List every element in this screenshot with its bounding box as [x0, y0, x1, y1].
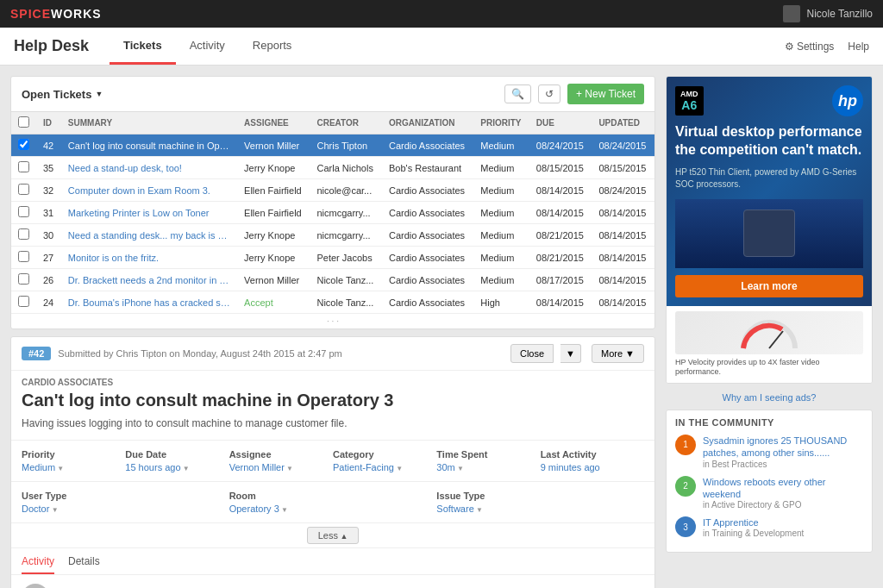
- thin-client-image: [743, 210, 795, 257]
- row-summary[interactable]: Dr. Brackett needs a 2nd monitor in oper…: [61, 269, 237, 291]
- col-org[interactable]: ORGANIZATION: [382, 112, 473, 134]
- settings-link[interactable]: ⚙ Settings: [785, 41, 835, 53]
- tab-reports[interactable]: Reports: [239, 28, 306, 65]
- new-ticket-button[interactable]: + New Ticket: [567, 84, 644, 104]
- search-button[interactable]: 🔍: [504, 84, 531, 103]
- logo-works: WORKS: [51, 7, 102, 21]
- col-id[interactable]: ID: [36, 112, 61, 134]
- row-id: 35: [36, 157, 61, 179]
- learn-more-button[interactable]: Learn more: [675, 275, 863, 297]
- field-label: Priority: [22, 449, 125, 460]
- table-row[interactable]: 31 Marketing Printer is Low on Toner Ell…: [11, 202, 654, 224]
- row-check: [11, 202, 36, 224]
- community-item-sub: in Training & Development: [703, 529, 804, 538]
- field-value[interactable]: Software: [436, 504, 644, 514]
- table-row[interactable]: 27 Monitor is on the fritz. Jerry Knope …: [11, 247, 654, 269]
- community-item-link[interactable]: Sysadmin ignores 25 THOUSAND patches, am…: [703, 435, 863, 460]
- table-row[interactable]: 24 Dr. Bouma's iPhone has a cracked scre…: [11, 291, 654, 314]
- select-all-checkbox[interactable]: [18, 116, 29, 128]
- row-summary[interactable]: Can't log into consult machine in Operat…: [61, 134, 237, 157]
- field-value[interactable]: 15 hours ago: [125, 462, 229, 472]
- field-value[interactable]: Doctor: [22, 504, 229, 514]
- row-id: 31: [36, 202, 61, 224]
- hp-logo: hp: [832, 85, 863, 116]
- tab-tickets[interactable]: Tickets: [110, 28, 176, 65]
- table-row[interactable]: 35 Need a stand-up desk, too! Jerry Knop…: [11, 157, 654, 179]
- table-row[interactable]: 30 Need a standing desk... my back is se…: [11, 224, 654, 247]
- field-value[interactable]: Patient-Facing: [333, 462, 436, 472]
- a6-label: A6: [680, 98, 698, 112]
- col-creator[interactable]: CREATOR: [310, 112, 382, 134]
- tab-activity[interactable]: Activity: [176, 28, 239, 65]
- why-ads-link[interactable]: Why am I seeing ads?: [666, 392, 873, 403]
- row-id: 26: [36, 269, 61, 291]
- field-label: Category: [333, 449, 436, 460]
- public-response-tab[interactable]: Public Response: [58, 584, 147, 588]
- table-row[interactable]: 42 Can't log into consult machine in Ope…: [11, 134, 654, 157]
- right-panel: AMD A6 hp Virtual desktop performance th…: [666, 76, 873, 588]
- ad-box: AMD A6 hp Virtual desktop performance th…: [666, 76, 873, 384]
- commenter-avatar: 👤: [22, 584, 49, 588]
- refresh-button[interactable]: ↺: [538, 84, 560, 103]
- community-item: 1 Sysadmin ignores 25 THOUSAND patches, …: [675, 435, 863, 469]
- row-id: 27: [36, 247, 61, 269]
- row-summary[interactable]: Computer down in Exam Room 3.: [61, 179, 237, 202]
- detail-header: #42 Submitted by Chris Tipton on Monday,…: [11, 337, 654, 371]
- row-assignee: Jerry Knope: [237, 157, 310, 179]
- row-summary[interactable]: Marketing Printer is Low on Toner: [61, 202, 237, 224]
- field-value[interactable]: Medium: [22, 462, 125, 472]
- field-label: Room: [229, 491, 437, 501]
- field-value[interactable]: Vernon Miller: [229, 462, 333, 472]
- col-assignee[interactable]: ASSIGNEE: [237, 112, 310, 134]
- close-dropdown-button[interactable]: ▼: [560, 344, 581, 363]
- table-row[interactable]: 32 Computer down in Exam Room 3. Ellen F…: [11, 179, 654, 202]
- less-bar: Less: [11, 523, 654, 548]
- row-creator: Peter Jacobs: [310, 247, 382, 269]
- row-id: 42: [36, 134, 61, 157]
- internal-note-tab[interactable]: Internal Note: [147, 584, 218, 588]
- row-check: [11, 157, 36, 179]
- col-priority[interactable]: PRIORITY: [473, 112, 529, 134]
- less-button[interactable]: Less: [307, 527, 360, 544]
- help-link[interactable]: Help: [848, 41, 869, 53]
- row-due: 08/21/2015: [529, 224, 592, 247]
- row-creator: Chris Tipton: [310, 134, 382, 157]
- comment-inputs: Public Response Internal Note 📎 Attach F…: [58, 584, 644, 588]
- close-button[interactable]: Close: [510, 344, 554, 363]
- row-org: Cardio Associates: [382, 291, 473, 314]
- col-updated[interactable]: UPDATED: [592, 112, 654, 134]
- row-summary[interactable]: Need a stand-up desk, too!: [61, 157, 237, 179]
- row-due: 08/14/2015: [529, 202, 592, 224]
- row-assignee: Jerry Knope: [237, 247, 310, 269]
- ad-caption: HP Velocity provides up to 4X faster vid…: [675, 358, 863, 378]
- col-due[interactable]: DUE: [529, 112, 592, 134]
- field-item: Time Spent 30m: [436, 449, 540, 472]
- activity-tabs: Activity Details: [11, 548, 654, 575]
- field-item: Assignee Vernon Miller: [229, 449, 333, 472]
- row-id: 24: [36, 291, 61, 314]
- community-item-link[interactable]: Windows reboots every other weekend: [703, 476, 863, 501]
- field-value[interactable]: Operatory 3: [229, 504, 437, 514]
- row-due: 08/21/2015: [529, 247, 592, 269]
- row-org: Bob's Restaurant: [382, 157, 473, 179]
- field-value[interactable]: 30m: [436, 462, 540, 472]
- accept-link[interactable]: Accept: [244, 297, 273, 308]
- open-tickets-dropdown[interactable]: Open Tickets: [22, 88, 103, 101]
- row-summary[interactable]: Need a standing desk... my back is serio…: [61, 224, 237, 247]
- field-item: Last Activity 9 minutes ago: [541, 449, 644, 472]
- row-summary[interactable]: Dr. Bouma's iPhone has a cracked screen.: [61, 291, 237, 314]
- more-button[interactable]: More ▼: [592, 344, 644, 363]
- col-summary[interactable]: SUMMARY: [61, 112, 237, 134]
- comment-row: 👤 Public Response Internal Note 📎 Attach…: [22, 584, 644, 588]
- field-label: User Type: [22, 491, 229, 501]
- row-check: [11, 179, 36, 202]
- community-item-link[interactable]: IT Apprentice: [703, 516, 804, 529]
- table-row[interactable]: 26 Dr. Brackett needs a 2nd monitor in o…: [11, 269, 654, 291]
- field-value[interactable]: 9 minutes ago: [541, 462, 644, 472]
- tab-details-detail[interactable]: Details: [68, 555, 100, 574]
- tab-activity-detail[interactable]: Activity: [22, 555, 54, 574]
- ad-headline: Virtual desktop performance the competit…: [675, 123, 863, 160]
- community-icon: 2: [675, 476, 696, 497]
- row-summary[interactable]: Monitor is on the fritz.: [61, 247, 237, 269]
- row-updated: 08/14/2015: [592, 224, 654, 247]
